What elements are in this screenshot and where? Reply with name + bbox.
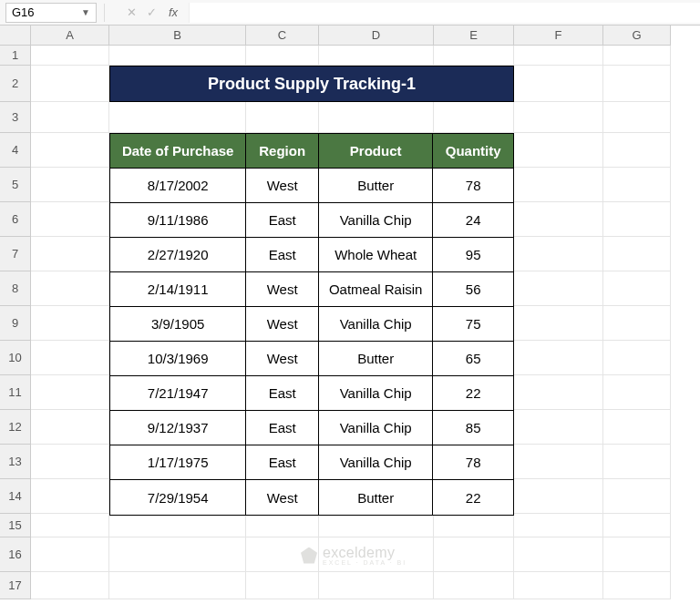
table-cell[interactable]: 22 <box>433 480 513 515</box>
cell[interactable] <box>514 410 603 445</box>
table-cell[interactable]: Vanilla Chip <box>319 203 433 238</box>
fx-icon[interactable]: fx <box>169 5 178 19</box>
column-header-D[interactable]: D <box>319 26 434 46</box>
row-header-8[interactable]: 8 <box>0 271 31 306</box>
table-cell[interactable]: West <box>246 169 319 203</box>
row-header-16[interactable]: 16 <box>0 537 31 572</box>
table-cell[interactable]: West <box>246 307 319 342</box>
cell[interactable] <box>31 479 109 514</box>
cell[interactable] <box>603 271 671 306</box>
cell[interactable] <box>31 410 109 445</box>
cell[interactable] <box>319 102 434 133</box>
cell[interactable] <box>434 102 514 133</box>
cell[interactable] <box>31 102 109 133</box>
cell[interactable] <box>31 572 109 599</box>
table-cell[interactable]: East <box>246 376 319 411</box>
row-header-1[interactable]: 1 <box>0 46 31 66</box>
cell[interactable] <box>603 514 671 537</box>
row-header-12[interactable]: 12 <box>0 410 31 445</box>
column-header-G[interactable]: G <box>603 26 671 46</box>
row-header-17[interactable]: 17 <box>0 572 31 599</box>
cell[interactable] <box>31 445 109 479</box>
row-header-5[interactable]: 5 <box>0 168 31 202</box>
table-cell[interactable]: 2/14/1911 <box>110 272 246 307</box>
cell[interactable] <box>514 168 603 202</box>
cell[interactable] <box>603 445 671 479</box>
row-header-2[interactable]: 2 <box>0 66 31 102</box>
cell[interactable] <box>603 102 671 133</box>
cell[interactable] <box>31 46 109 66</box>
table-cell[interactable]: Vanilla Chip <box>319 376 433 411</box>
table-cell[interactable]: East <box>246 411 319 445</box>
table-cell[interactable]: 78 <box>433 445 513 480</box>
cell[interactable] <box>109 572 246 599</box>
row-header-11[interactable]: 11 <box>0 375 31 410</box>
cell[interactable] <box>31 271 109 306</box>
cell[interactable] <box>434 572 514 599</box>
table-cell[interactable]: 9/12/1937 <box>110 411 246 445</box>
cell[interactable] <box>31 341 109 375</box>
table-cell[interactable]: 8/17/2002 <box>110 169 246 203</box>
cell[interactable] <box>514 341 603 375</box>
cell[interactable] <box>319 46 434 66</box>
column-header-F[interactable]: F <box>514 26 603 46</box>
cell[interactable] <box>31 237 109 271</box>
row-header-15[interactable]: 15 <box>0 514 31 537</box>
table-cell[interactable]: 95 <box>433 238 513 272</box>
table-cell[interactable]: Butter <box>319 342 433 376</box>
cell[interactable] <box>514 306 603 341</box>
cell[interactable] <box>514 102 603 133</box>
table-cell[interactable]: Butter <box>319 169 433 203</box>
table-cell[interactable]: 22 <box>433 376 513 411</box>
table-cell[interactable]: East <box>246 445 319 480</box>
table-cell[interactable]: 24 <box>433 203 513 238</box>
table-cell[interactable]: 7/21/1947 <box>110 376 246 411</box>
table-cell[interactable]: 9/11/1986 <box>110 203 246 238</box>
cell[interactable] <box>514 46 603 66</box>
cell[interactable] <box>109 537 246 572</box>
cell[interactable] <box>603 168 671 202</box>
column-header-B[interactable]: B <box>109 26 246 46</box>
table-cell[interactable]: 65 <box>433 342 513 376</box>
table-cell[interactable]: 85 <box>433 411 513 445</box>
cell[interactable] <box>109 514 246 537</box>
table-cell[interactable]: 3/9/1905 <box>110 307 246 342</box>
table-cell[interactable]: East <box>246 203 319 238</box>
table-cell[interactable]: 10/3/1969 <box>110 342 246 376</box>
table-cell[interactable]: 1/17/1975 <box>110 445 246 480</box>
table-cell[interactable]: West <box>246 272 319 307</box>
table-cell[interactable]: West <box>246 480 319 515</box>
cell[interactable] <box>246 514 319 537</box>
cell[interactable] <box>514 572 603 599</box>
cell[interactable] <box>434 46 514 66</box>
cell[interactable] <box>603 46 671 66</box>
table-cell[interactable]: 78 <box>433 169 513 203</box>
cell[interactable] <box>246 102 319 133</box>
cell[interactable] <box>514 133 603 168</box>
name-box[interactable]: G16 ▼ <box>5 3 97 23</box>
table-cell[interactable]: West <box>246 342 319 376</box>
row-header-3[interactable]: 3 <box>0 102 31 133</box>
table-cell[interactable]: Vanilla Chip <box>319 307 433 342</box>
cell[interactable] <box>434 537 514 572</box>
cell[interactable] <box>246 46 319 66</box>
row-header-10[interactable]: 10 <box>0 341 31 375</box>
cell[interactable] <box>514 514 603 537</box>
cell[interactable] <box>603 237 671 271</box>
cell[interactable] <box>434 514 514 537</box>
cell[interactable] <box>603 410 671 445</box>
cell[interactable] <box>514 271 603 306</box>
column-header-C[interactable]: C <box>246 26 319 46</box>
name-box-dropdown-icon[interactable]: ▼ <box>81 7 90 17</box>
column-header-A[interactable]: A <box>31 26 109 46</box>
table-cell[interactable]: East <box>246 238 319 272</box>
cell[interactable] <box>31 306 109 341</box>
table-cell[interactable]: 75 <box>433 307 513 342</box>
cell[interactable] <box>514 445 603 479</box>
cell[interactable] <box>514 66 603 102</box>
cell[interactable] <box>31 202 109 237</box>
table-cell[interactable]: 2/27/1920 <box>110 238 246 272</box>
row-header-4[interactable]: 4 <box>0 133 31 168</box>
cell[interactable] <box>31 66 109 102</box>
cell[interactable] <box>603 375 671 410</box>
